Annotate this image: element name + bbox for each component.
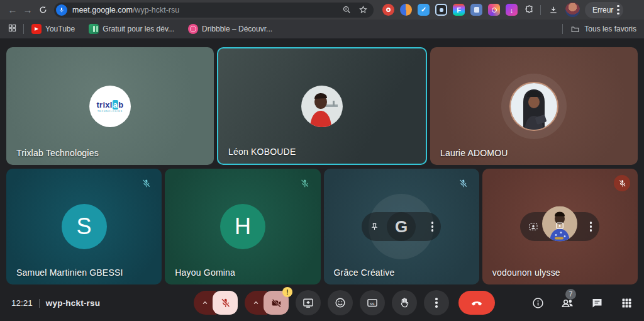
raise-hand-icon [398,296,411,309]
tile-more-options-icon[interactable] [590,222,592,232]
leon-photo-avatar [301,86,343,127]
participant-name: Hayou Gomina [175,268,235,278]
mute-mic-button[interactable] [213,291,238,315]
bookmarks-bar: YouTube Gratuit pour les dév... Dribbble… [0,20,644,38]
error-label: Erreur [592,6,613,14]
url-path: /wyp-hckt-rsu [133,6,179,14]
folder-icon [570,25,580,34]
extension-icon-8[interactable]: ↓ [506,4,518,16]
video-tile-grace[interactable]: G Grâce Créative [324,169,479,284]
hangup-icon [470,296,484,310]
profile-avatar[interactable] [565,3,580,17]
url-domain: meet.google.com [72,6,133,14]
extensions-puzzle-icon[interactable] [523,4,535,16]
reload-icon[interactable] [35,3,50,18]
video-tile-hayou[interactable]: H Hayou Gomina [165,169,320,284]
raise-hand-button[interactable] [392,290,417,315]
tile-more-options-icon[interactable] [431,222,434,232]
smiley-icon [334,296,347,309]
mic-permission-icon[interactable] [56,4,67,16]
browser-window: ← → meet.google.com/wyp-hckt-rsu ✓ F [0,0,644,321]
chat-button[interactable] [589,296,604,311]
favorites-separator [562,24,563,34]
participant-name: Léon KOBOUDE [228,147,296,157]
camera-off-button[interactable]: ! [264,291,289,315]
youtube-icon [31,24,42,34]
extension-icon-7[interactable] [488,4,500,16]
pin-icon[interactable] [369,222,380,232]
extension-icon-4[interactable] [435,4,447,16]
video-tile-leon-active-speaker[interactable]: Léon KOBOUDE [217,47,427,165]
participant-name: Laurie ADOMOU [440,148,508,158]
participant-name: Trixlab Technologies [16,148,99,158]
video-tile-samuel[interactable]: S Samuel Martinien GBESSI [6,169,162,284]
bookmark-label: Gratuit pour les dév... [103,25,174,33]
address-bar[interactable]: meet.google.com/wyp-hckt-rsu [54,3,374,18]
mic-off-icon [219,297,231,309]
url-text[interactable]: meet.google.com/wyp-hckt-rsu [72,6,336,14]
camera-alert-badge: ! [282,287,292,297]
avatar-halo [501,74,567,139]
browser-menu-icon[interactable] [617,5,619,15]
browser-toolbar: ← → meet.google.com/wyp-hckt-rsu ✓ F [0,0,644,20]
extension-icon-6[interactable] [470,4,482,16]
video-tile-vodounon[interactable]: vodounon ulysse [482,169,638,284]
meet-video-grid: trixlab TECHNOLOGIES Trixlab Technologie… [0,38,644,285]
chat-icon [591,296,604,310]
extension-icon-3[interactable]: ✓ [418,4,430,16]
participants-count-badge: 7 [565,289,576,300]
downloads-icon[interactable] [546,3,561,18]
participant-name: vodounon ulysse [492,268,560,278]
meeting-details-button[interactable] [530,296,545,311]
participant-name: Samuel Martinien GBESSI [16,268,123,278]
reactions-button[interactable] [328,290,353,315]
letter-avatar: S [62,204,107,249]
bookmark-label: YouTube [45,25,75,33]
more-options-button[interactable] [424,290,449,315]
forward-icon[interactable]: → [20,3,35,18]
bookmark-dribbble[interactable]: Dribbble – Découvr... [188,24,272,34]
error-menu-button[interactable]: Erreur [585,2,623,18]
letter-avatar: H [220,204,265,249]
bookmark-gratuit[interactable]: Gratuit pour les dév... [89,24,174,34]
video-tile-trixlab[interactable]: trixlab TECHNOLOGIES Trixlab Technologie… [6,47,214,165]
info-separator [39,299,40,308]
bookmark-youtube[interactable]: YouTube [31,24,75,34]
meeting-info: 12:21 wyp-hckt-rsu [11,285,100,321]
people-button[interactable]: 7 [560,296,575,311]
extension-icon-2[interactable] [400,4,412,16]
captions-icon: cc [366,296,379,309]
frame-person-icon[interactable] [528,221,539,232]
all-favorites-label: Tous les favoris [584,25,636,33]
mic-control-group [194,291,238,315]
bookmark-label: Dribbble – Découvr... [202,25,272,33]
extension-icon-5[interactable]: F [453,4,465,16]
present-screen-button[interactable] [296,290,321,315]
back-icon[interactable]: ← [5,3,20,18]
svg-text:cc: cc [370,301,375,305]
activities-grid-icon [620,296,633,310]
captions-button[interactable]: cc [360,290,385,315]
video-tile-laurie[interactable]: Laurie ADOMOU [430,47,638,165]
pin-in-frame-icon[interactable] [554,220,565,232]
all-favorites-button[interactable]: Tous les favoris [570,25,636,34]
zoom-icon[interactable] [341,4,352,16]
meet-bottom-bar: 12:21 wyp-hckt-rsu ! [0,285,644,321]
trixlab-logo-avatar: trixlab TECHNOLOGIES [89,86,131,127]
clock-time: 12:21 [11,298,33,308]
apps-grid-icon[interactable] [8,23,17,35]
tile-hover-controls: G [362,212,441,241]
extensions-area: ✓ F ↓ [382,4,535,16]
leave-call-button[interactable] [458,291,495,315]
bookmark-star-icon[interactable] [357,4,369,16]
activities-button[interactable] [619,296,634,311]
info-icon [531,296,545,310]
meet-panel-buttons: 7 [530,285,634,321]
grace-letter-avatar: G [387,212,416,241]
call-controls: ! cc [194,290,495,315]
extension-icon-1[interactable] [382,4,394,16]
dribbble-icon [188,24,198,34]
bookmarks-separator [23,24,24,34]
camera-off-icon [270,297,282,309]
camera-control-group: ! [245,291,289,315]
